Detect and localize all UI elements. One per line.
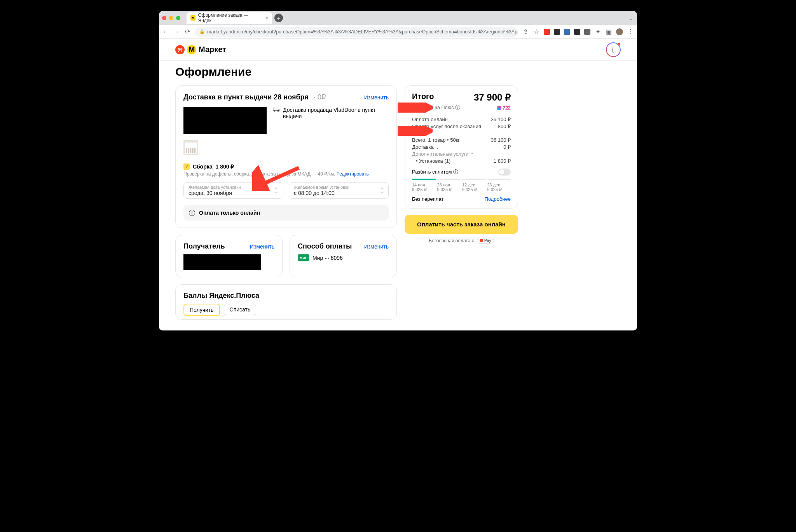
install-time-value: с 08:00 до 14:00 [294,190,384,196]
svg-point-2 [278,110,279,111]
split-toggle[interactable] [498,169,511,176]
summary-card: Итого 37 900 ₽ Вернётся на Плюс ⓘ 722 Оп… [405,85,518,209]
plus-tab-get[interactable]: Получить [183,304,220,316]
ya-pay-badge: Pay [477,238,494,243]
info-icon: i [189,210,195,216]
favicon-icon: М [190,15,196,21]
assembly-description: Проверка на дефекты, сборка. Доплата за … [183,171,389,177]
online-pay-value: 36 100 ₽ [491,116,511,122]
share-icon[interactable]: ⇪ [522,28,529,35]
install-time-select[interactable]: Желаемое время установки с 08:00 до 14:0… [289,182,389,199]
online-only-notice: i Оплата только онлайн [183,205,389,221]
extension-icon[interactable] [584,29,590,35]
split-label: Разбить сплитом ⓘ [412,169,458,176]
secure-pay-note: Безопасная оплата с Pay [405,238,518,243]
truck-icon [273,107,280,134]
plus-title: Баллы Яндекс.Плюса [183,292,389,300]
service-pay-value: 1 800 ₽ [494,123,511,129]
ya-icon: Я [175,45,185,54]
pay-button[interactable]: Оплатить часть заказа онлайн [405,215,518,234]
info-icon[interactable]: ⓘ [455,105,460,110]
chevron-down-icon[interactable]: ⌄ [627,14,634,22]
service-pay-label: Оплата услуг после оказания [412,123,481,129]
new-tab-button[interactable]: + [274,14,283,22]
window-controls[interactable] [162,16,180,20]
product-thumbnail[interactable] [183,140,198,155]
market-icon: М [187,45,196,54]
cashback-value: 722 [497,104,511,111]
plus-points-card: Баллы Яндекс.Плюса Получить Списать [175,284,397,320]
edit-assembly-link[interactable]: Редактировать [337,171,369,177]
extensions: ⇪ ☆ ✦ ▣ ⋮ [522,28,634,35]
browser-tabbar: М Оформление заказа — Яндек × + ⌄ [159,11,637,25]
svg-point-1 [274,110,275,111]
split-segment: 12 дек9 025 ₽ [462,183,486,192]
recipient-title: Получатель [183,242,225,250]
install-line-value: 1 800 ₽ [494,158,511,164]
tab-title: Оформление заказа — Яндек [198,12,260,23]
shipping-text: Доставка продавца VladDoor в пункт выдач… [283,107,376,134]
split-segment: 26 дек9 025 ₽ [487,183,511,192]
change-payment-link[interactable]: Изменить [364,243,389,250]
plus-tab-spend[interactable]: Списать [224,304,257,316]
close-window-icon[interactable] [162,16,166,20]
install-line-label: • Установка (1) [416,158,450,164]
address-redacted [183,107,267,134]
extension-icon[interactable] [554,29,560,35]
install-date-select[interactable]: Желаемая дата установки среда, 30 ноября… [183,182,283,199]
info-icon[interactable]: ⓘ [453,169,458,175]
close-tab-icon[interactable]: × [265,15,268,21]
delivery-card: Доставка в пункт выдачи 28 ноября · 0₽ И… [175,85,397,228]
extension-icon[interactable] [544,29,550,35]
cashback-label: Вернётся на Плюс ⓘ [412,104,460,111]
back-icon[interactable]: ← [162,28,169,35]
change-recipient-link[interactable]: Изменить [250,243,274,250]
recipient-redacted [183,254,261,270]
browser-tab[interactable]: М Оформление заказа — Яндек × [187,12,272,24]
nofee-label: Без переплат [412,196,443,202]
chevron-up-icon: ⌃ [469,152,473,156]
chevron-updown-icon: ⌃⌄ [274,188,278,193]
puzzle-icon[interactable]: ✦ [594,28,601,35]
delivery-price-badge: · 0₽ [314,93,326,101]
install-date-label: Желаемая дата установки [189,185,278,190]
profile-avatar[interactable] [616,28,623,35]
url-field[interactable]: 🔒 market.yandex.ru/my/checkout?purchaseO… [195,27,518,37]
app-icon[interactable]: ▣ [605,28,612,35]
site-header: Я М Маркет [159,39,637,61]
install-date-value: среда, 30 ноября [189,190,278,196]
logo[interactable]: Я М Маркет [175,45,226,54]
assembly-checkbox[interactable]: ✓ [183,163,190,170]
extra-services-label[interactable]: Дополнительные услуги ⌃ [412,151,473,157]
install-time-label: Желаемое время установки [294,185,384,190]
items-label: Всего: 1 товар • 50кг [412,137,460,143]
assembly-label: Сборка [193,163,212,170]
summary-title: Итого [412,92,434,101]
extension-icon[interactable] [574,29,580,35]
split-segment: 28 ноя9 025 ₽ [437,183,461,192]
assembly-price: 1 800 ₽ [215,163,234,170]
mir-card-icon: МИР [298,254,309,261]
payment-card: Способ оплаты Изменить МИР Мир ··· 8096 [290,235,397,277]
avatar-icon [609,46,617,54]
delivery-line-label[interactable]: Доставка ⌄ [412,144,439,150]
items-value: 36 100 ₽ [491,137,511,143]
recipient-card: Получатель Изменить [175,235,283,277]
user-avatar[interactable] [606,42,621,57]
change-delivery-link[interactable]: Изменить [364,94,389,101]
browser-urlbar: ← → ⟳ 🔒 market.yandex.ru/my/checkout?pur… [159,25,637,39]
maximize-window-icon[interactable] [176,16,180,20]
split-segment: 14 ноя9 025 ₽ [412,183,436,192]
delivery-line-value: 0 ₽ [503,144,511,150]
star-icon[interactable]: ☆ [533,28,540,35]
minimize-window-icon[interactable] [169,16,173,20]
split-progress [412,179,511,180]
delivery-title-text: Доставка в пункт выдачи 28 ноября [183,93,309,101]
shipping-info: Доставка продавца VladDoor в пункт выдач… [273,107,376,134]
split-more-link[interactable]: Подробнее [485,196,511,202]
extension-icon[interactable] [564,29,570,35]
chevron-down-icon: ⌄ [435,145,439,150]
reload-icon[interactable]: ⟳ [184,28,191,35]
menu-icon[interactable]: ⋮ [627,28,634,35]
page-title: Оформление [175,65,621,78]
